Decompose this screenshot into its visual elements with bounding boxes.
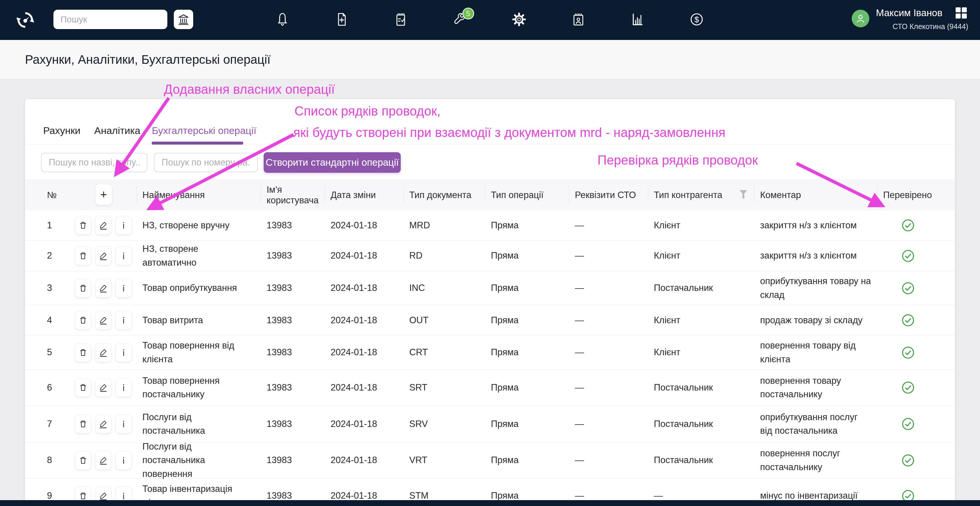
cell-sto: — [575,335,648,369]
edit-icon [99,383,108,392]
cell-name: Товар витрита [142,305,260,335]
verified-check[interactable] [901,249,915,263]
info-icon [119,221,128,230]
verified-check-icon [901,219,915,232]
verified-check[interactable] [901,381,915,394]
table-row: 1НЗ, створене вручну139832024-01-18MRDПр… [25,211,955,241]
edit-row-button[interactable] [95,311,111,330]
row-number: 2 [47,241,72,271]
verified-check[interactable] [901,219,915,232]
user-organization: СТО Клекотина (9444) [892,22,968,31]
bank-icon [177,13,190,26]
verified-check[interactable] [901,454,915,467]
app-logo-icon[interactable] [16,11,34,29]
add-operation-button[interactable]: + [95,184,112,205]
document-add-icon [335,12,349,26]
cell-op-type: Пряма [491,442,570,478]
info-row-button[interactable] [115,216,132,235]
table-row: 8Послуги від постачальника повернення139… [25,442,955,478]
apps-grid-icon[interactable] [954,6,968,20]
create-document-button[interactable] [335,12,349,26]
verified-check[interactable] [901,281,915,295]
edit-icon [99,420,108,428]
cell-checked [883,370,933,405]
delete-row-button[interactable] [75,216,91,235]
info-row-button[interactable] [115,311,132,330]
info-row-button[interactable] [115,378,132,397]
search-by-number-input[interactable] [154,153,258,172]
edit-row-button[interactable] [95,415,111,433]
info-row-button[interactable] [115,279,132,298]
verified-check[interactable] [901,346,915,359]
info-row-button[interactable] [115,451,132,470]
tab-analityka[interactable]: Аналітика [94,125,140,136]
verified-check-icon [901,381,915,394]
delete-row-button[interactable] [75,279,91,298]
cell-checked [883,442,933,478]
cell-name: Послуги від постачальника [142,406,260,442]
verified-check-icon [901,313,915,327]
table-row: 4Товар витрита139832024-01-18OUTПряма—Кл… [25,305,955,335]
cell-user: 13983 [267,241,325,271]
staff-calendar-button[interactable] [571,12,585,26]
settings-button[interactable] [512,12,526,26]
screen: 5 [0,0,980,506]
cell-op-type: Пряма [491,406,570,442]
annotation-list-line1: Список рядків проводок, [294,104,441,118]
edit-icon [99,492,108,500]
search-by-name-input[interactable] [41,153,147,172]
planner-button[interactable] [394,12,408,26]
filter-icon[interactable] [739,189,748,200]
avatar[interactable] [852,10,869,27]
info-icon [119,383,128,392]
trash-icon [79,284,88,293]
cell-comment: закриття н/з з клієнтом [760,241,883,271]
row-number: 1 [47,211,72,240]
delete-row-button[interactable] [75,415,91,433]
finance-button[interactable]: $ [690,12,704,26]
bank-button[interactable] [174,10,193,29]
info-icon [119,316,128,325]
edit-row-button[interactable] [95,343,111,362]
delete-row-button[interactable] [75,451,91,470]
reports-button[interactable] [630,12,644,26]
cell-comment: продаж товару зі складу [760,305,883,335]
cell-doc-type: CRT [409,335,485,369]
info-row-button[interactable] [115,343,132,362]
info-row-button[interactable] [115,247,132,265]
edit-row-button[interactable] [95,216,111,235]
cell-date: 2024-01-18 [331,335,404,369]
cell-op-type: Пряма [491,241,570,271]
tab-buhgalterski-operacii[interactable]: Бухгалтерські операції [152,125,256,136]
wrench-badge: 5 [462,8,474,19]
edit-row-button[interactable] [95,247,111,265]
create-standard-operations-button[interactable]: Створити стандартні операції [264,152,401,173]
verified-check[interactable] [901,417,915,431]
edit-row-button[interactable] [95,378,111,397]
svg-text:$: $ [694,15,699,24]
user-block[interactable]: Максим Іванов СТО Клекотина (9444) [852,6,968,31]
cell-doc-type: SRT [409,370,485,405]
edit-icon [99,221,108,230]
delete-row-button[interactable] [75,311,91,330]
notifications-button[interactable] [275,12,290,26]
bottom-strip [0,500,980,506]
trash-icon [79,252,88,260]
delete-row-button[interactable] [75,343,91,362]
edit-row-button[interactable] [95,451,111,470]
cell-name: НЗ, створене вручну [142,211,260,240]
edit-row-button[interactable] [95,279,111,298]
verified-check[interactable] [901,313,915,327]
cell-date: 2024-01-18 [331,271,404,305]
tab-rahunky[interactable]: Рахунки [43,125,80,136]
info-icon [119,492,128,500]
info-row-button[interactable] [115,415,132,433]
cell-checked [883,305,933,335]
delete-row-button[interactable] [75,247,91,265]
global-search-input[interactable] [60,14,174,25]
cell-contragent: Постачальник [654,370,755,405]
repairs-button[interactable]: 5 [453,12,467,26]
delete-row-button[interactable] [75,378,91,397]
cell-user: 13983 [267,406,325,442]
cell-comment: повернення товару від клієнта [760,335,883,369]
